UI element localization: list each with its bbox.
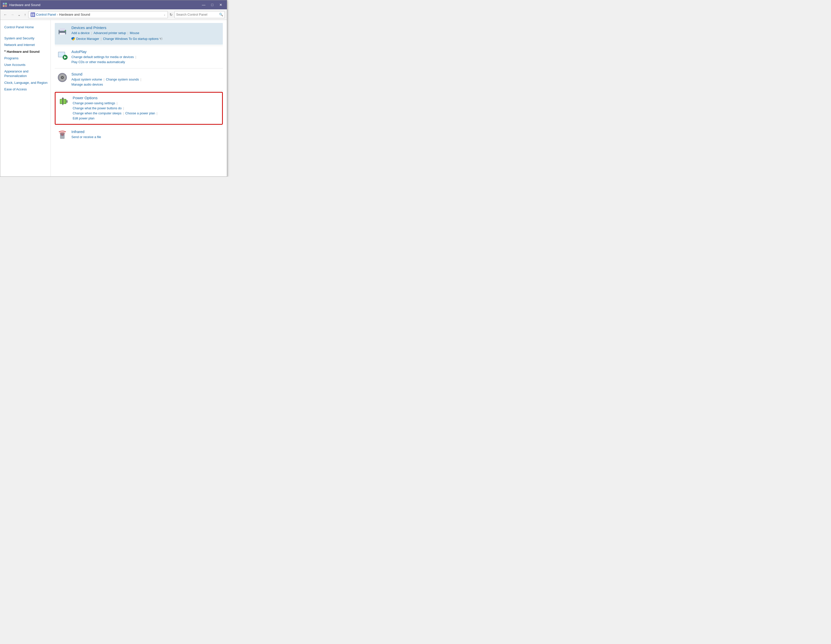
svg-rect-9 <box>60 28 65 31</box>
minimize-button[interactable]: — <box>200 1 208 8</box>
power-links1: Change power-saving settings | <box>73 101 220 106</box>
sidebar-item-hardware-sound-wrapper: • Hardware and Sound <box>4 48 51 55</box>
section-power-options: Power Options Change power-saving settin… <box>56 93 221 123</box>
autoplay-title[interactable]: AutoPlay <box>72 49 86 54</box>
sep5: | <box>104 77 105 82</box>
search-input[interactable] <box>176 13 219 16</box>
breadcrumb-root[interactable]: Control Panel <box>36 13 56 16</box>
manage-audio-link[interactable]: Manage audio devices <box>72 82 103 87</box>
power-options-text: Power Options Change power-saving settin… <box>73 96 220 121</box>
svg-rect-2 <box>3 5 5 7</box>
up-button[interactable]: ↑ <box>23 12 27 18</box>
infrared-title[interactable]: Infrared <box>72 129 84 134</box>
breadcrumb-separator: › <box>57 13 58 16</box>
sound-text: Sound Adjust system volume | Change syst… <box>72 72 221 87</box>
search-button[interactable]: 🔍 <box>219 13 223 16</box>
back-button[interactable]: ← <box>2 12 8 18</box>
infrared-links: Send or receive a file <box>72 135 221 140</box>
infrared-icon <box>57 129 68 140</box>
power-links2: Change what the power buttons do | <box>73 106 220 111</box>
change-defaults-link[interactable]: Change default settings for media or dev… <box>72 54 134 60</box>
forward-button[interactable]: → <box>10 12 15 18</box>
sound-icon <box>57 72 68 83</box>
svg-point-12 <box>65 30 65 31</box>
add-device-link[interactable]: Add a device <box>72 30 89 36</box>
svg-rect-6 <box>31 15 33 16</box>
dropdown-button[interactable]: ⌄ <box>16 12 22 18</box>
sidebar-item-hardware-sound[interactable]: Hardware and Sound <box>7 48 40 55</box>
devices-printers-text: Devices and Printers Add a device | Adva… <box>72 26 221 42</box>
sidebar-item-control-panel-home[interactable]: Control Panel Home <box>4 24 51 30</box>
restore-button[interactable]: □ <box>208 1 216 8</box>
adjust-volume-link[interactable]: Adjust system volume <box>72 77 102 82</box>
change-power-saving-link[interactable]: Change power-saving settings <box>73 101 115 106</box>
devices-printers-icon <box>57 26 68 37</box>
titlebar-icon <box>2 2 7 7</box>
power-options-icon <box>58 96 69 107</box>
choose-power-plan-link[interactable]: Choose a power plan <box>125 111 155 116</box>
content-area: Devices and Printers Add a device | Adva… <box>51 20 227 177</box>
sidebar-item-appearance[interactable]: Appearance and Personalization <box>4 68 51 79</box>
titlebar: Hardware and Sound — □ ✕ <box>0 0 227 10</box>
sidebar-item-programs[interactable]: Programs <box>4 55 51 62</box>
sep6: | <box>140 77 141 82</box>
close-button[interactable]: ✕ <box>217 1 225 8</box>
infrared-text: Infrared Send or receive a file <box>72 129 221 140</box>
devices-printers-links2: Device Manager | Change Windows To Go st… <box>72 36 221 42</box>
sep7: | <box>116 101 117 106</box>
autoplay-icon <box>57 49 68 61</box>
sep1: | <box>91 30 92 36</box>
change-system-sounds-link[interactable]: Change system sounds <box>106 77 139 82</box>
sidebar-item-clock[interactable]: Clock, Language, and Region <box>4 80 51 86</box>
send-receive-file-link[interactable]: Send or receive a file <box>72 135 101 140</box>
sidebar-item-system-security[interactable]: System and Security <box>4 35 51 41</box>
power-options-border: Power Options Change power-saving settin… <box>55 92 223 125</box>
sound-title[interactable]: Sound <box>72 72 82 76</box>
sep4: | <box>135 54 136 60</box>
cursor-indicator: ☜ <box>159 36 162 42</box>
sidebar-item-user-accounts[interactable]: User Accounts <box>4 62 51 68</box>
main-window: Hardware and Sound — □ ✕ ← → ⌄ ↑ Control… <box>0 0 227 177</box>
divider4 <box>55 126 223 126</box>
windows-to-go-link[interactable]: Change Windows To Go startup options <box>103 37 159 41</box>
breadcrumb-dropdown[interactable]: ⌄ <box>164 13 166 16</box>
divider3 <box>55 91 223 91</box>
sep8: | <box>123 106 124 111</box>
change-power-buttons-link[interactable]: Change what the power buttons do <box>73 106 122 111</box>
addressbar: ← → ⌄ ↑ Control Panel › Hardware and Sou… <box>0 10 227 20</box>
change-computer-sleeps-link[interactable]: Change when the computer sleeps <box>73 111 121 116</box>
divider2 <box>55 68 223 69</box>
titlebar-title: Hardware and Sound <box>10 3 200 7</box>
advanced-printer-link[interactable]: Advanced printer setup <box>94 30 126 36</box>
power-options-title[interactable]: Power Options <box>73 96 97 100</box>
sep10: | <box>157 111 158 116</box>
edit-power-plan-link[interactable]: Edit power plan <box>73 116 94 121</box>
autoplay-text: AutoPlay Change default settings for med… <box>72 49 221 65</box>
autoplay-links: Change default settings for media or dev… <box>72 54 221 60</box>
power-links4: Edit power plan <box>73 116 220 121</box>
devices-printers-links: Add a device | Advanced printer setup | … <box>72 30 221 36</box>
svg-point-20 <box>62 77 63 78</box>
section-autoplay: AutoPlay Change default settings for med… <box>55 47 223 67</box>
section-devices-printers: Devices and Printers Add a device | Adva… <box>55 23 223 45</box>
refresh-button[interactable]: ↻ <box>169 12 174 18</box>
play-cds-link[interactable]: Play CDs or other media automatically <box>72 60 125 65</box>
sidebar-item-ease-of-access[interactable]: Ease of Access <box>4 86 51 92</box>
sep2: | <box>127 30 128 36</box>
shield-icon <box>72 37 75 41</box>
search-box: 🔍 <box>174 11 225 18</box>
svg-rect-22 <box>66 100 68 103</box>
svg-rect-7 <box>33 15 34 16</box>
svg-rect-5 <box>33 14 34 15</box>
device-manager-link[interactable]: Device Manager <box>72 37 99 41</box>
divider1 <box>55 46 223 46</box>
svg-rect-11 <box>59 32 65 32</box>
section-infrared: Infrared Send or receive a file <box>55 127 223 143</box>
section-sound: Sound Adjust system volume | Change syst… <box>55 69 223 89</box>
mouse-link[interactable]: Mouse <box>130 30 139 36</box>
autoplay-links2: Play CDs or other media automatically <box>72 60 221 65</box>
sidebar: Control Panel Home System and Security N… <box>0 20 51 177</box>
devices-printers-title[interactable]: Devices and Printers <box>72 26 106 30</box>
sidebar-item-network-internet[interactable]: Network and Internet <box>4 41 51 48</box>
active-bullet: • <box>4 49 6 53</box>
